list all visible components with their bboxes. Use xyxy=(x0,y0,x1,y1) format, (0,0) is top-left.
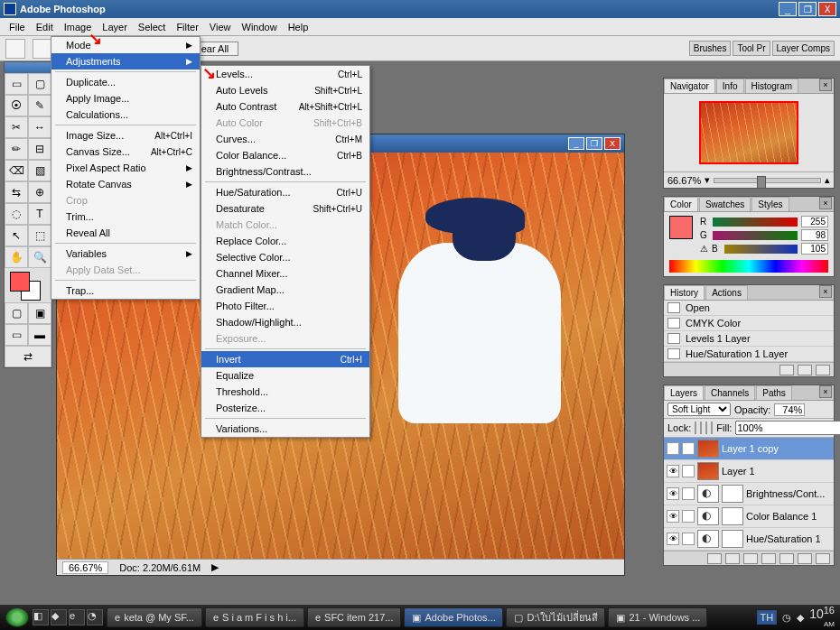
panel-close-icon[interactable]: × xyxy=(819,197,832,209)
taskbar-button[interactable]: eS i a m F i s h i... xyxy=(205,607,304,627)
image-menu-item-3[interactable]: Duplicate... xyxy=(51,74,200,90)
tool-11[interactable]: ⊕ xyxy=(28,181,51,203)
image-menu-item-5[interactable]: Calculations... xyxy=(51,107,200,123)
adjust-menu-item-14[interactable]: Gradient Map... xyxy=(201,282,369,298)
adjust-menu-item-1[interactable]: Auto LevelsShift+Ctrl+L xyxy=(201,82,369,98)
layer-group-icon[interactable] xyxy=(779,553,794,564)
color-picker-fg-bg[interactable] xyxy=(5,268,51,302)
tool-17[interactable]: 🔍 xyxy=(28,246,51,268)
tool-15[interactable]: ⬚ xyxy=(28,225,51,246)
layer-name[interactable]: Hue/Saturation 1 xyxy=(746,533,821,544)
menu-layer[interactable]: Layer xyxy=(97,20,133,34)
screen-mode-standard[interactable]: ▭ xyxy=(5,324,28,346)
doc-maximize-button[interactable]: ❐ xyxy=(586,137,602,150)
menu-help[interactable]: Help xyxy=(283,20,314,34)
tool-14[interactable]: ↖ xyxy=(5,225,28,246)
layer-mask-icon[interactable] xyxy=(743,553,758,564)
tool-8[interactable]: ⌫ xyxy=(5,160,28,181)
adjust-menu-item-16[interactable]: Shadow/Highlight... xyxy=(201,314,369,330)
tab-color[interactable]: Color xyxy=(664,197,698,211)
tool-4[interactable]: ✂ xyxy=(5,116,28,138)
adjust-menu-item-6[interactable]: Brightness/Contrast... xyxy=(201,163,369,180)
layer-row[interactable]: 👁Layer 1 xyxy=(664,460,834,483)
layer-name[interactable]: Brightness/Cont... xyxy=(746,488,825,499)
gamut-warning-icon[interactable]: ⚠ xyxy=(700,244,708,254)
menu-filter[interactable]: Filter xyxy=(171,20,203,34)
lock-transparency-icon[interactable] xyxy=(695,422,696,434)
tool-0[interactable]: ▭ xyxy=(5,73,28,95)
zoom-field[interactable]: 66.67% xyxy=(62,561,108,574)
adjust-menu-item-2[interactable]: Auto ContrastAlt+Shift+Ctrl+L xyxy=(201,98,369,115)
history-state[interactable]: CMYK Color xyxy=(664,316,834,331)
zoom-in-icon[interactable]: ▴ xyxy=(825,174,830,186)
tool-6[interactable]: ✏ xyxy=(5,138,28,160)
quicklaunch-icon[interactable]: ◔ xyxy=(87,609,103,625)
layer-thumbnail[interactable] xyxy=(697,462,719,480)
image-menu-item-13[interactable]: Reveal All xyxy=(51,225,200,241)
layer-thumbnail[interactable] xyxy=(697,440,719,458)
adjust-menu-item-4[interactable]: Curves...Ctrl+M xyxy=(201,131,369,147)
b-value-field[interactable] xyxy=(801,243,828,255)
menu-file[interactable]: File xyxy=(4,20,31,34)
maximize-button[interactable]: ❐ xyxy=(798,2,817,16)
menu-select[interactable]: Select xyxy=(133,20,172,34)
layer-mask-thumbnail[interactable] xyxy=(722,507,743,525)
image-menu-item-8[interactable]: Canvas Size...Alt+Ctrl+C xyxy=(51,144,200,160)
layer-link-slot[interactable] xyxy=(682,465,695,477)
adjust-menu-item-13[interactable]: Channel Mixer... xyxy=(201,265,369,282)
layer-visibility-icon[interactable]: 👁 xyxy=(667,533,679,545)
palette-well-tool-presets[interactable]: Tool Pr xyxy=(733,41,770,56)
image-menu-item-12[interactable]: Trim... xyxy=(51,208,200,225)
blend-mode-select[interactable]: Soft Light xyxy=(667,403,731,416)
doc-close-button[interactable]: X xyxy=(604,137,621,150)
layer-name[interactable]: Layer 1 copy xyxy=(722,443,779,454)
tab-histogram[interactable]: Histogram xyxy=(745,79,799,93)
layer-name[interactable]: Color Balance 1 xyxy=(746,511,817,522)
current-tool-icon[interactable] xyxy=(5,39,25,59)
layer-link-slot[interactable] xyxy=(682,442,695,455)
quick-mask-off[interactable]: ▢ xyxy=(5,302,28,324)
panel-close-icon[interactable]: × xyxy=(819,385,832,398)
layer-link-slot[interactable] xyxy=(682,510,695,523)
menu-edit[interactable]: Edit xyxy=(31,20,59,34)
layer-row[interactable]: 👁Hue/Saturation 1 xyxy=(664,528,834,551)
tool-3[interactable]: ✎ xyxy=(28,95,51,116)
tab-layers[interactable]: Layers xyxy=(664,385,704,400)
layer-thumbnail[interactable] xyxy=(697,530,719,548)
tab-actions[interactable]: Actions xyxy=(705,285,748,300)
menu-window[interactable]: Window xyxy=(237,20,283,34)
palette-well-layer-comps[interactable]: Layer Comps xyxy=(772,41,835,56)
taskbar-button[interactable]: ▣Adobe Photos... xyxy=(404,607,503,627)
image-menu-item-7[interactable]: Image Size...Alt+Ctrl+I xyxy=(51,127,200,144)
history-new-doc-icon[interactable] xyxy=(798,365,812,375)
menu-view[interactable]: View xyxy=(204,20,237,34)
tab-info[interactable]: Info xyxy=(716,79,744,93)
tool-5[interactable]: ↔ xyxy=(28,116,51,138)
layer-style-icon[interactable] xyxy=(725,553,740,564)
tool-10[interactable]: ⇆ xyxy=(5,181,28,203)
lock-position-icon[interactable] xyxy=(705,422,707,434)
history-state[interactable]: Levels 1 Layer xyxy=(664,331,834,347)
panel-close-icon[interactable]: × xyxy=(819,79,832,91)
tool-7[interactable]: ⊟ xyxy=(28,138,51,160)
image-menu-item-1[interactable]: Adjustments▶ xyxy=(51,53,200,69)
tab-styles[interactable]: Styles xyxy=(751,197,789,211)
layer-thumbnail[interactable] xyxy=(697,485,719,503)
layer-link-slot[interactable] xyxy=(682,533,695,545)
g-value-field[interactable] xyxy=(801,229,828,241)
adjust-menu-item-20[interactable]: Equalize xyxy=(201,367,369,384)
image-menu-item-10[interactable]: Rotate Canvas▶ xyxy=(51,176,200,192)
tab-swatches[interactable]: Swatches xyxy=(699,197,751,211)
adjust-menu-item-12[interactable]: Selective Color... xyxy=(201,249,369,265)
layer-visibility-icon[interactable]: 👁 xyxy=(667,442,679,455)
image-menu-item-4[interactable]: Apply Image... xyxy=(51,90,200,107)
layer-visibility-icon[interactable]: 👁 xyxy=(667,487,679,500)
quicklaunch-icon[interactable]: e xyxy=(69,609,85,625)
layer-new-icon[interactable] xyxy=(798,553,812,564)
adjust-menu-item-5[interactable]: Color Balance...Ctrl+B xyxy=(201,147,369,163)
fill-field[interactable] xyxy=(735,421,840,435)
navigator-zoom-value[interactable]: 66.67% xyxy=(667,175,701,186)
layer-adjustment-icon[interactable] xyxy=(761,553,776,564)
history-state[interactable]: Open xyxy=(664,301,834,316)
layer-link-icon[interactable] xyxy=(707,553,722,564)
